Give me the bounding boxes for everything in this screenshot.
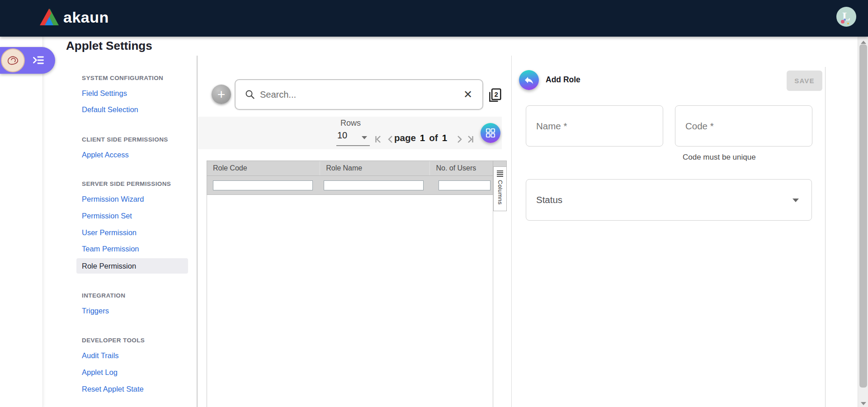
status-select-label: Status <box>536 194 562 205</box>
page-title: Applet Settings <box>66 39 152 53</box>
section-header-client-side-permissions: CLIENT SIDE PERMISSIONS <box>82 136 168 143</box>
name-field-label: Name * <box>536 121 567 132</box>
rows-underline <box>336 145 370 146</box>
section-header-developer-tools: DEVELOPER TOOLS <box>82 337 145 344</box>
search-box: ✕ <box>235 79 483 110</box>
rows-per-page-select[interactable]: 10 <box>337 130 347 141</box>
page-current: 1 <box>420 133 425 143</box>
panel-divider <box>197 56 198 407</box>
user-avatar[interactable]: L <box>836 7 856 27</box>
icon-rail <box>0 37 43 407</box>
columns-panel-tab[interactable]: Columns <box>493 166 507 211</box>
sidebar-item-role-permission[interactable]: Role Permission <box>76 258 188 274</box>
add-role-plus-button[interactable]: + <box>212 85 231 104</box>
form-title: Add Role <box>546 75 580 85</box>
last-page-button[interactable] <box>466 134 474 146</box>
brand-logo-icon <box>39 8 60 26</box>
of-word: of <box>429 133 438 143</box>
page-indicator: page 1 of 1 <box>394 133 447 143</box>
sidebar-indent-icon[interactable] <box>32 54 45 68</box>
plus-icon: + <box>217 87 226 102</box>
filter-input-no-of-users[interactable] <box>439 180 491 190</box>
table-body-empty <box>207 195 493 407</box>
columns-handle-icon <box>497 170 503 178</box>
sidebar-item-default-selection[interactable]: Default Selection <box>82 105 138 114</box>
rows-label: Rows <box>340 118 361 128</box>
vertical-scrollbar <box>858 37 868 407</box>
search-icon <box>245 89 255 100</box>
page-total: 1 <box>442 133 447 143</box>
avatar-flower-icon <box>847 23 849 24</box>
status-caret-icon <box>793 199 799 202</box>
sidebar-item-triggers[interactable]: Triggers <box>82 307 109 315</box>
section-header-system-configuration: SYSTEM CONFIGURATION <box>82 75 163 81</box>
sidebar-item-team-permission[interactable]: Team Permission <box>82 245 139 253</box>
brand-logo[interactable]: akaun <box>39 8 109 26</box>
rows-caret-icon[interactable] <box>362 136 367 139</box>
duplicate-badge: 2 <box>495 91 498 98</box>
code-field[interactable]: Code * <box>675 105 812 147</box>
scrollbar-thumb[interactable] <box>859 44 867 388</box>
panel-divider <box>825 67 826 407</box>
sidebar-item-user-permission[interactable]: User Permission <box>82 228 137 237</box>
save-button[interactable]: SAVE <box>787 71 822 91</box>
sidebar-item-applet-log[interactable]: Applet Log <box>82 368 118 377</box>
grid-icon <box>486 128 495 138</box>
scroll-down-arrow-icon[interactable] <box>861 402 866 405</box>
table-header-row: Role Code Role Name No. of Users <box>207 161 493 176</box>
section-header-integration: INTEGRATION <box>82 292 125 299</box>
sidebar-item-field-settings[interactable]: Field Settings <box>82 89 127 98</box>
sidebar-item-permission-wizard[interactable]: Permission Wizard <box>82 195 144 204</box>
sidebar-item-reset-applet-state[interactable]: Reset Applet State <box>82 385 144 393</box>
back-icon <box>524 75 534 85</box>
filter-input-role-name[interactable] <box>324 180 424 190</box>
panel-divider <box>511 56 512 407</box>
scroll-up-arrow-icon[interactable] <box>861 41 866 44</box>
top-navbar: akaun L <box>0 0 868 37</box>
sidebar-item-permission-set[interactable]: Permission Set <box>82 212 132 220</box>
brand-name: akaun <box>63 9 109 26</box>
avatar-flower-icon <box>844 19 846 21</box>
filter-input-role-code[interactable] <box>213 180 313 190</box>
column-header-no-of-users[interactable]: No. of Users <box>429 161 493 175</box>
grid-view-button[interactable] <box>481 123 500 143</box>
sketch-icon <box>6 54 20 67</box>
status-select[interactable]: Status <box>526 179 812 221</box>
next-page-button[interactable] <box>456 134 463 146</box>
code-helper-text: Code must be unique <box>683 153 756 162</box>
search-input[interactable] <box>260 90 463 100</box>
sidebar-item-applet-access[interactable]: Applet Access <box>82 151 129 159</box>
first-page-button[interactable] <box>374 134 382 146</box>
duplicate-icon[interactable]: 2 <box>487 88 502 105</box>
back-button[interactable] <box>519 70 539 90</box>
applet-avatar[interactable] <box>1 48 25 72</box>
name-field[interactable]: Name * <box>526 105 663 147</box>
applet-pill <box>0 47 55 74</box>
prev-page-button[interactable] <box>387 134 394 146</box>
app-screen: akaun L Applet Settings 大 <box>0 0 868 407</box>
column-header-role-code[interactable]: Role Code <box>207 161 320 175</box>
sidebar-item-audit-trails[interactable]: Audit Trails <box>82 351 119 360</box>
code-field-label: Code * <box>685 121 714 132</box>
columns-tab-label: Columns <box>497 180 504 205</box>
section-header-server-side-permissions: SERVER SIDE PERMISSIONS <box>82 180 171 187</box>
clear-icon[interactable]: ✕ <box>463 89 472 100</box>
column-header-role-name[interactable]: Role Name <box>320 161 429 175</box>
page-word: page <box>394 133 416 143</box>
